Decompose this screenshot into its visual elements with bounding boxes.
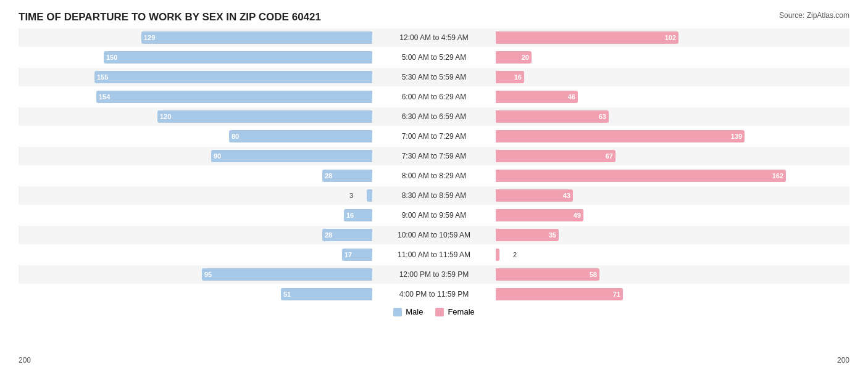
bar-female: 46 xyxy=(496,91,578,103)
right-section: 162 xyxy=(496,167,849,185)
left-section: 17 xyxy=(19,245,372,264)
male-value-label: 155 xyxy=(97,73,108,81)
table-row: 514:00 PM to 11:59 PM71 xyxy=(19,285,849,303)
bar-female: 16 xyxy=(496,71,524,83)
left-section: 95 xyxy=(19,265,372,284)
male-value-label: 80 xyxy=(232,133,239,140)
right-section: 43 xyxy=(496,186,849,205)
chart-title: TIME OF DEPARTURE TO WORK BY SEX IN ZIP … xyxy=(19,11,849,23)
female-value-label: 67 xyxy=(606,152,613,160)
left-section: 28 xyxy=(19,167,372,185)
female-value-label: 162 xyxy=(772,172,783,179)
male-value-label: 129 xyxy=(144,34,155,41)
legend: Male Female xyxy=(19,307,849,316)
female-value-label: 58 xyxy=(590,271,597,278)
male-value-label: 150 xyxy=(106,54,117,61)
bar-male: 16 xyxy=(344,209,372,221)
bar-female: 35 xyxy=(496,229,559,241)
bar-male: 90 xyxy=(211,150,372,162)
left-section: 154 xyxy=(19,88,372,106)
right-section: 46 xyxy=(496,88,849,106)
bar-male: 150 xyxy=(104,51,372,64)
left-section: 90 xyxy=(19,147,372,165)
male-value-label: 95 xyxy=(204,271,212,278)
bar-male: 28 xyxy=(322,170,372,182)
legend-female-label: Female xyxy=(448,307,474,316)
bar-male: 51 xyxy=(281,288,372,300)
female-value-label: 46 xyxy=(568,93,575,101)
table-row: 9512:00 PM to 3:59 PM58 xyxy=(19,265,849,284)
bar-female: 102 xyxy=(496,31,678,44)
time-label: 7:30 AM to 7:59 AM xyxy=(372,152,496,160)
right-section: 58 xyxy=(496,265,849,284)
male-value-label: 51 xyxy=(283,291,291,298)
right-section: 35 xyxy=(496,226,849,244)
bar-female: 139 xyxy=(496,130,745,142)
table-row: 807:00 AM to 7:29 AM139 xyxy=(19,127,849,146)
right-section: 2 xyxy=(496,245,849,264)
bar-male: 129 xyxy=(141,31,372,44)
table-row: 2810:00 AM to 10:59 AM35 xyxy=(19,226,849,244)
female-value-label: 63 xyxy=(599,113,606,120)
axis-label-right: 200 xyxy=(837,356,849,365)
time-label: 8:30 AM to 8:59 AM xyxy=(372,191,496,200)
bar-male: 80 xyxy=(229,130,372,142)
female-value-label: 49 xyxy=(574,212,581,219)
female-value-label: 102 xyxy=(665,34,676,41)
male-value-label: 90 xyxy=(214,152,221,160)
right-section: 63 xyxy=(496,107,849,126)
male-value-label: 154 xyxy=(99,93,110,101)
female-value-label: 16 xyxy=(514,73,522,81)
time-label: 6:00 AM to 6:29 AM xyxy=(372,93,496,101)
chart-area: 12912:00 AM to 4:59 AM1021505:00 AM to 5… xyxy=(19,28,849,331)
left-section: 3 xyxy=(19,186,372,205)
right-section: 67 xyxy=(496,147,849,165)
female-value-label: 20 xyxy=(522,54,529,61)
bar-female: 58 xyxy=(496,268,599,281)
bar-female: 67 xyxy=(496,150,616,162)
bar-female: 2 xyxy=(496,249,499,261)
axis-label-left: 200 xyxy=(19,356,31,365)
left-section: 129 xyxy=(19,28,372,47)
time-label: 7:00 AM to 7:29 AM xyxy=(372,132,496,141)
bar-female: 20 xyxy=(496,51,532,64)
male-value-label: 120 xyxy=(160,113,171,120)
time-label: 10:00 AM to 10:59 AM xyxy=(372,231,496,239)
left-section: 150 xyxy=(19,48,372,67)
left-section: 80 xyxy=(19,127,372,146)
rows-container: 12912:00 AM to 4:59 AM1021505:00 AM to 5… xyxy=(19,28,849,303)
time-label: 11:00 AM to 11:59 AM xyxy=(372,250,496,259)
time-label: 12:00 AM to 4:59 AM xyxy=(372,33,496,42)
chart-container: TIME OF DEPARTURE TO WORK BY SEX IN ZIP … xyxy=(0,0,868,367)
male-value-label: 17 xyxy=(344,251,352,258)
time-label: 5:30 AM to 5:59 AM xyxy=(372,73,496,81)
right-section: 139 xyxy=(496,127,849,146)
bar-female: 43 xyxy=(496,189,573,202)
male-value-label: 28 xyxy=(325,231,332,239)
female-value-label: 2 xyxy=(513,251,517,258)
table-row: 907:30 AM to 7:59 AM67 xyxy=(19,147,849,165)
female-value-label: 35 xyxy=(549,231,556,239)
table-row: 1206:30 AM to 6:59 AM63 xyxy=(19,107,849,126)
right-section: 102 xyxy=(496,28,849,47)
time-label: 12:00 PM to 3:59 PM xyxy=(372,270,496,279)
male-value-label: 28 xyxy=(325,172,332,179)
bar-male: 154 xyxy=(96,91,372,103)
legend-male-box xyxy=(393,308,402,316)
left-section: 155 xyxy=(19,68,372,86)
right-section: 16 xyxy=(496,68,849,86)
female-value-label: 71 xyxy=(613,291,620,298)
legend-male-label: Male xyxy=(406,307,423,316)
legend-male: Male xyxy=(393,307,423,316)
time-label: 8:00 AM to 8:29 AM xyxy=(372,171,496,180)
bar-female: 63 xyxy=(496,110,609,123)
bar-female: 49 xyxy=(496,209,583,221)
male-value-label: 3 xyxy=(349,192,353,199)
female-value-label: 139 xyxy=(731,133,742,140)
bar-female: 162 xyxy=(496,170,786,182)
bar-male: 155 xyxy=(94,71,372,83)
female-value-label: 43 xyxy=(563,192,570,199)
bar-female: 71 xyxy=(496,288,623,300)
table-row: 1555:30 AM to 5:59 AM16 xyxy=(19,68,849,86)
bar-male: 17 xyxy=(342,249,372,261)
